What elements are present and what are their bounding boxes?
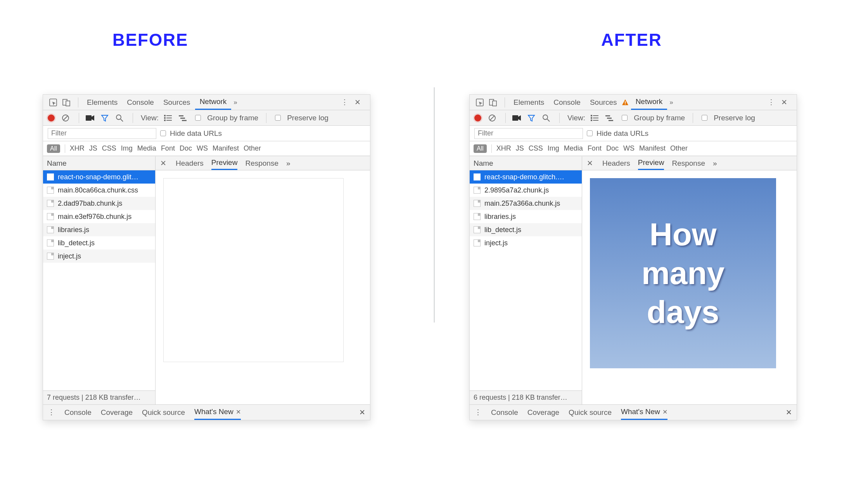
request-row[interactable]: inject.js bbox=[470, 236, 582, 250]
drawer-tab-console[interactable]: Console bbox=[64, 405, 92, 420]
view-waterfall-icon[interactable] bbox=[177, 113, 188, 123]
close-icon[interactable]: ✕ bbox=[352, 97, 363, 108]
close-details-icon[interactable]: ✕ bbox=[160, 159, 168, 168]
filter-input[interactable] bbox=[48, 128, 156, 139]
kebab-icon[interactable]: ⋮ bbox=[339, 97, 350, 108]
type-font[interactable]: Font bbox=[588, 144, 602, 153]
drawer-close-icon[interactable]: ✕ bbox=[359, 408, 365, 417]
request-row[interactable]: react-no-snap-demo.glit… bbox=[43, 170, 155, 184]
more-tabs-icon[interactable]: » bbox=[669, 99, 673, 106]
tab-network[interactable]: Network bbox=[195, 95, 232, 110]
detail-tab-headers[interactable]: Headers bbox=[602, 156, 630, 170]
more-detail-tabs-icon[interactable]: » bbox=[713, 159, 717, 168]
view-list-icon[interactable] bbox=[589, 113, 600, 123]
type-font[interactable]: Font bbox=[161, 144, 175, 153]
drawer-tab-whatsnew[interactable]: What's New✕ bbox=[621, 405, 667, 420]
type-xhr[interactable]: XHR bbox=[70, 144, 85, 153]
type-ws[interactable]: WS bbox=[197, 144, 208, 153]
request-name: main.80ca66ca.chunk.css bbox=[58, 186, 138, 194]
drawer-tab-quicksource[interactable]: Quick source bbox=[569, 405, 612, 420]
inspect-icon[interactable] bbox=[48, 97, 59, 108]
request-row[interactable]: 2.dad97bab.chunk.js bbox=[43, 197, 155, 210]
detail-tab-preview[interactable]: Preview bbox=[211, 156, 238, 170]
request-row[interactable]: inject.js bbox=[43, 250, 155, 263]
close-details-icon[interactable]: ✕ bbox=[587, 159, 595, 168]
type-css[interactable]: CSS bbox=[102, 144, 116, 153]
drawer-tab-coverage[interactable]: Coverage bbox=[101, 405, 133, 420]
type-img[interactable]: Img bbox=[121, 144, 133, 153]
request-row[interactable]: 2.9895a7a2.chunk.js bbox=[470, 184, 582, 197]
tab-sources[interactable]: Sources bbox=[159, 95, 195, 110]
tab-elements[interactable]: Elements bbox=[509, 95, 549, 110]
tab-sources[interactable]: Sources bbox=[585, 95, 622, 110]
drawer-tab-console[interactable]: Console bbox=[491, 405, 518, 420]
close-tab-icon[interactable]: ✕ bbox=[662, 408, 667, 416]
drawer-tab-coverage[interactable]: Coverage bbox=[527, 405, 559, 420]
type-doc[interactable]: Doc bbox=[606, 144, 619, 153]
detail-tab-preview[interactable]: Preview bbox=[638, 156, 664, 170]
close-tab-icon[interactable]: ✕ bbox=[236, 408, 241, 416]
search-icon[interactable] bbox=[541, 113, 552, 123]
preserve-checkbox[interactable] bbox=[702, 115, 707, 121]
view-list-icon[interactable] bbox=[163, 113, 173, 123]
clear-icon[interactable] bbox=[60, 113, 71, 123]
hide-urls-checkbox[interactable] bbox=[160, 130, 166, 136]
filter-icon[interactable] bbox=[99, 113, 110, 123]
camera-icon[interactable] bbox=[85, 113, 95, 123]
type-js[interactable]: JS bbox=[89, 144, 97, 153]
request-row[interactable]: lib_detect.js bbox=[470, 223, 582, 236]
view-waterfall-icon[interactable] bbox=[604, 113, 615, 123]
search-icon[interactable] bbox=[114, 113, 125, 123]
request-row[interactable]: react-snap-demo.glitch.… bbox=[470, 170, 582, 184]
hide-urls-checkbox[interactable] bbox=[587, 130, 593, 136]
record-icon[interactable] bbox=[48, 114, 55, 121]
camera-icon[interactable] bbox=[511, 113, 522, 123]
request-row[interactable]: main.e3ef976b.chunk.js bbox=[43, 210, 155, 223]
type-other[interactable]: Other bbox=[670, 144, 688, 153]
device-icon[interactable] bbox=[61, 97, 72, 108]
detail-tab-response[interactable]: Response bbox=[672, 156, 705, 170]
device-icon[interactable] bbox=[488, 97, 498, 108]
type-doc[interactable]: Doc bbox=[180, 144, 192, 153]
tab-console[interactable]: Console bbox=[549, 95, 585, 110]
request-row[interactable]: libraries.js bbox=[470, 210, 582, 223]
tab-elements[interactable]: Elements bbox=[82, 95, 122, 110]
type-js[interactable]: JS bbox=[516, 144, 524, 153]
group-checkbox[interactable] bbox=[622, 115, 628, 121]
type-css[interactable]: CSS bbox=[529, 144, 543, 153]
type-all[interactable]: All bbox=[474, 144, 487, 153]
close-icon[interactable]: ✕ bbox=[779, 97, 790, 108]
kebab-icon[interactable]: ⋮ bbox=[766, 97, 776, 108]
drawer-tab-whatsnew[interactable]: What's New✕ bbox=[194, 405, 241, 420]
type-ws[interactable]: WS bbox=[623, 144, 635, 153]
filter-icon[interactable] bbox=[526, 113, 537, 123]
type-manifest[interactable]: Manifest bbox=[213, 144, 239, 153]
inspect-icon[interactable] bbox=[474, 97, 485, 108]
type-media[interactable]: Media bbox=[564, 144, 583, 153]
request-row[interactable]: libraries.js bbox=[43, 223, 155, 236]
request-row[interactable]: main.80ca66ca.chunk.css bbox=[43, 184, 155, 197]
more-tabs-icon[interactable]: » bbox=[233, 99, 237, 106]
detail-tab-headers[interactable]: Headers bbox=[176, 156, 204, 170]
type-other[interactable]: Other bbox=[244, 144, 261, 153]
record-icon[interactable] bbox=[474, 114, 481, 121]
drawer-close-icon[interactable]: ✕ bbox=[786, 408, 792, 417]
drawer-menu-icon[interactable]: ⋮ bbox=[48, 408, 55, 417]
request-row[interactable]: main.257a366a.chunk.js bbox=[470, 197, 582, 210]
type-manifest[interactable]: Manifest bbox=[639, 144, 666, 153]
detail-tab-response[interactable]: Response bbox=[245, 156, 278, 170]
drawer-tab-quicksource[interactable]: Quick source bbox=[142, 405, 185, 420]
request-row[interactable]: lib_detect.js bbox=[43, 236, 155, 250]
preserve-checkbox[interactable] bbox=[275, 115, 281, 121]
type-media[interactable]: Media bbox=[137, 144, 156, 153]
type-xhr[interactable]: XHR bbox=[496, 144, 511, 153]
more-detail-tabs-icon[interactable]: » bbox=[286, 159, 290, 168]
filter-input[interactable] bbox=[474, 128, 583, 139]
group-checkbox[interactable] bbox=[195, 115, 201, 121]
tab-network[interactable]: Network bbox=[631, 95, 667, 110]
drawer-menu-icon[interactable]: ⋮ bbox=[474, 408, 482, 417]
type-img[interactable]: Img bbox=[548, 144, 559, 153]
type-all[interactable]: All bbox=[47, 144, 60, 153]
clear-icon[interactable] bbox=[487, 113, 498, 123]
tab-console[interactable]: Console bbox=[122, 95, 159, 110]
